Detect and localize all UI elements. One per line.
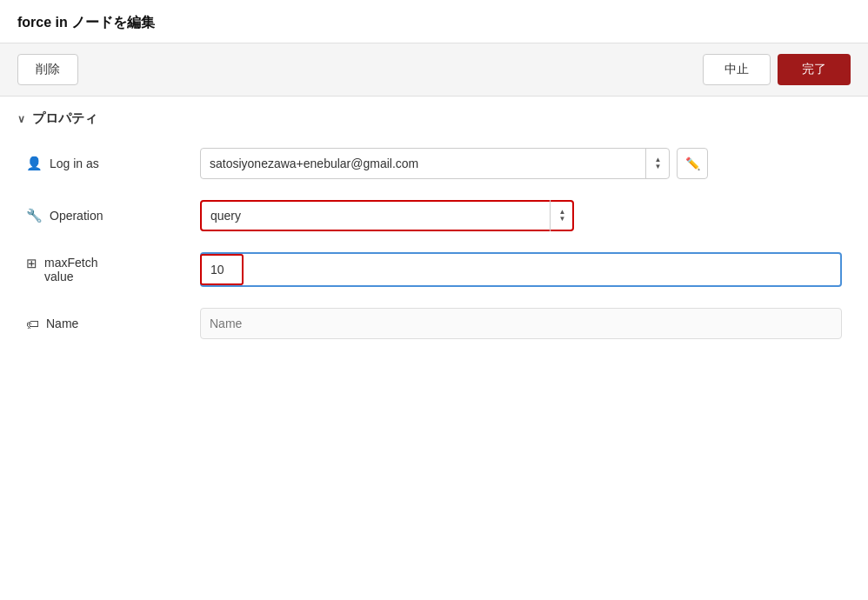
login-as-control: satosiyonezawa+enebular@gmail.com ▲ ▼ ✏️ [200,148,842,179]
cancel-button[interactable]: 中止 [703,54,771,85]
header: force in ノードを編集 [0,0,868,43]
login-as-label: 👤 Log in as [26,156,200,171]
page-container: force in ノードを編集 削除 中止 完了 ∨ プロパティ 👤 Log i… [0,0,868,374]
login-as-select[interactable]: satosiyonezawa+enebular@gmail.com [200,148,670,179]
toolbar: 削除 中止 完了 [0,43,868,97]
maxfetch-row: ⊞ maxFetch value [26,252,842,287]
operation-control: query insert update delete upsert ▲ ▼ [200,200,842,231]
properties-section: ∨ プロパティ 👤 Log in as satosiyonezawa+enebu… [0,97,868,374]
name-label: 🏷 Name [26,317,200,331]
name-input[interactable] [200,308,842,339]
operation-select-wrapper: query insert update delete upsert ▲ ▼ [200,200,574,231]
name-label-text: Name [46,317,78,330]
toolbar-left: 削除 [17,54,696,85]
login-as-select-wrapper: satosiyonezawa+enebular@gmail.com ▲ ▼ [200,148,670,179]
maxfetch-input[interactable] [200,252,842,287]
chevron-icon: ∨ [17,113,25,125]
operation-select[interactable]: query insert update delete upsert [200,200,574,231]
page-title: force in ノードを編集 [17,15,155,30]
login-as-row: 👤 Log in as satosiyonezawa+enebular@gmai… [26,148,842,179]
operation-row: 🔧 Operation query insert update delete u… [26,200,842,231]
toolbar-right: 中止 完了 [703,54,851,85]
wrench-icon: 🔧 [26,208,43,223]
login-as-edit-button[interactable]: ✏️ [677,148,708,179]
name-control [200,308,842,339]
maxfetch-label-text: maxFetch value [44,256,97,283]
operation-label-text: Operation [50,209,103,223]
user-icon: 👤 [26,156,43,171]
form-rows: 👤 Log in as satosiyonezawa+enebular@gmai… [17,148,851,339]
name-row: 🏷 Name [26,308,842,339]
grid-icon: ⊞ [26,256,37,271]
properties-section-header[interactable]: ∨ プロパティ [17,110,851,127]
pencil-icon: ✏️ [685,157,700,170]
properties-section-label: プロパティ [32,110,97,127]
login-as-label-text: Log in as [50,157,99,170]
delete-button[interactable]: 削除 [17,54,78,85]
tag-icon: 🏷 [26,317,39,331]
done-button[interactable]: 完了 [778,54,851,85]
maxfetch-label: ⊞ maxFetch value [26,256,200,283]
maxfetch-control [200,252,842,287]
operation-label: 🔧 Operation [26,208,200,223]
